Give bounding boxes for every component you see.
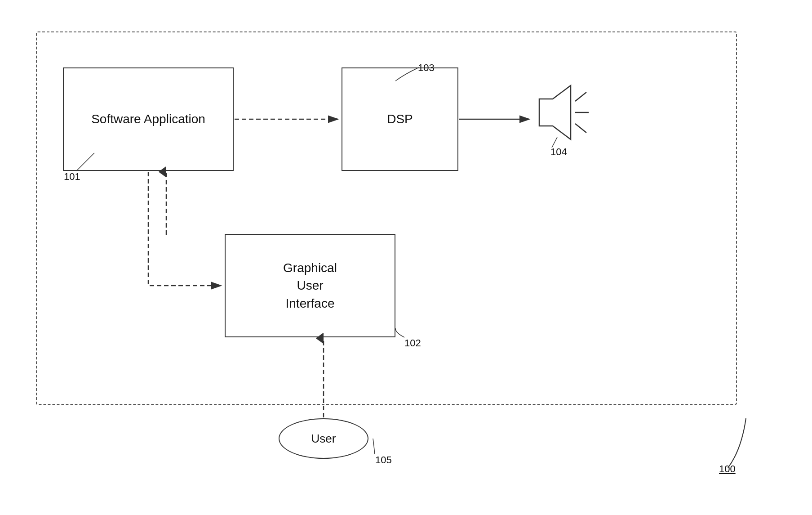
ref-104: 104 bbox=[550, 146, 567, 158]
ref-105-line bbox=[373, 439, 375, 454]
ref-100: 100 bbox=[719, 463, 736, 475]
gui-box: GraphicalUserInterface bbox=[225, 234, 395, 337]
software-application-label: Software Application bbox=[91, 110, 205, 128]
svg-line-3 bbox=[575, 124, 586, 133]
svg-marker-0 bbox=[539, 85, 571, 139]
ref-103: 103 bbox=[418, 62, 435, 74]
dsp-label: DSP bbox=[387, 112, 413, 126]
ref-105: 105 bbox=[375, 454, 392, 466]
diagram-container: Software Application DSP GraphicalUserIn… bbox=[27, 22, 782, 499]
ref-101: 101 bbox=[64, 171, 80, 183]
ref-100-line bbox=[728, 418, 746, 468]
user-label: User bbox=[311, 432, 336, 446]
user-ellipse: User bbox=[279, 418, 368, 459]
svg-line-1 bbox=[575, 92, 586, 101]
dsp-box: DSP bbox=[342, 67, 458, 171]
ref-102: 102 bbox=[404, 337, 421, 349]
speaker-icon bbox=[530, 76, 593, 150]
gui-label: GraphicalUserInterface bbox=[283, 259, 337, 312]
software-application-box: Software Application bbox=[63, 67, 234, 171]
